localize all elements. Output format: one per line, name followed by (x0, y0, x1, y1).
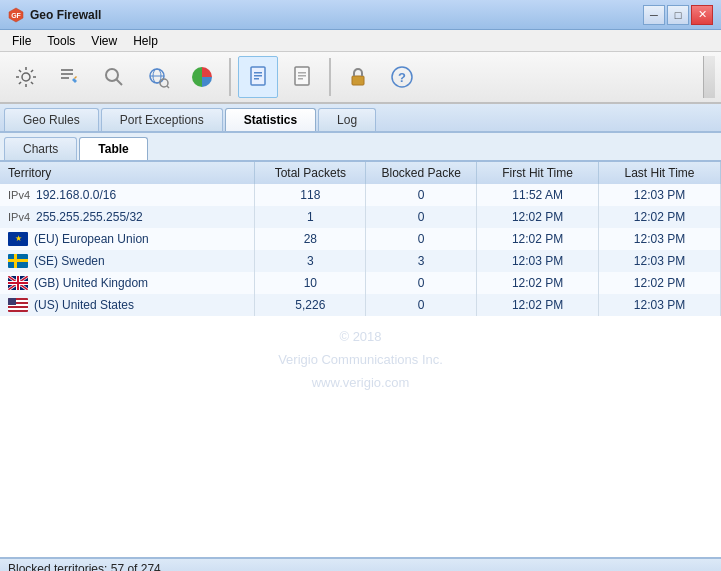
toolbar-scroll[interactable] (703, 56, 715, 98)
blocked-packets-cell: 0 (366, 272, 477, 294)
svg-rect-5 (61, 77, 69, 79)
se-flag-icon (8, 254, 28, 268)
total-packets-cell: 1 (255, 206, 366, 228)
territory-cell: IPv4 192.168.0.0/16 (0, 184, 255, 206)
svg-line-12 (167, 86, 169, 88)
svg-rect-19 (298, 75, 306, 77)
pie-chart-button[interactable] (182, 56, 222, 98)
sub-tabs: Charts Table (0, 133, 721, 162)
col-total-packets: Total Packets (255, 162, 366, 184)
watermark-line3: www.verigio.com (278, 371, 443, 394)
gb-flag-icon (8, 276, 28, 290)
first-hit-cell: 12:02 PM (477, 228, 599, 250)
menu-tools[interactable]: Tools (39, 32, 83, 50)
svg-point-2 (22, 73, 30, 81)
tab-statistics[interactable]: Statistics (225, 108, 316, 131)
globe-search-icon (146, 65, 170, 89)
table-row[interactable]: IPv4 255.255.255.255/32 1 0 12:02 PM 12:… (0, 206, 721, 228)
watermark-line1: © 2018 (278, 324, 443, 347)
territory-cell: (GB) United Kingdom (0, 272, 255, 294)
total-packets-cell: 28 (255, 228, 366, 250)
svg-rect-16 (254, 78, 259, 80)
last-hit-cell: 12:03 PM (599, 294, 721, 316)
col-last-hit: Last Hit Time (599, 162, 721, 184)
table-row[interactable]: (US) United States 5,226 0 12:02 PM 12:0… (0, 294, 721, 316)
first-hit-cell: 12:03 PM (477, 250, 599, 272)
settings-button[interactable] (6, 56, 46, 98)
menu-view[interactable]: View (83, 32, 125, 50)
table-row[interactable]: (SE) Sweden 3 3 12:03 PM 12:03 PM (0, 250, 721, 272)
table-area: Territory Total Packets Blocked Packe Fi… (0, 162, 721, 557)
col-first-hit: First Hit Time (477, 162, 599, 184)
last-hit-cell: 12:02 PM (599, 272, 721, 294)
content-area: Territory Total Packets Blocked Packe Fi… (0, 162, 721, 557)
title-bar: GF Geo Firewall ─ □ ✕ (0, 0, 721, 30)
pie-chart-icon (190, 65, 214, 89)
main-tabs: Geo Rules Port Exceptions Statistics Log (0, 104, 721, 133)
edit-icon (58, 65, 82, 89)
svg-rect-18 (298, 72, 306, 74)
svg-rect-21 (352, 76, 364, 85)
first-hit-cell: 11:52 AM (477, 184, 599, 206)
us-flag-icon (8, 298, 28, 312)
watermark-line2: Verigio Communications Inc. (278, 348, 443, 371)
search-button[interactable] (94, 56, 134, 98)
total-packets-cell: 5,226 (255, 294, 366, 316)
window-title: Geo Firewall (30, 8, 643, 22)
blocked-packets-cell: 0 (366, 184, 477, 206)
blocked-packets-cell: 0 (366, 228, 477, 250)
help-button[interactable]: ? (382, 56, 422, 98)
first-hit-cell: 12:02 PM (477, 272, 599, 294)
tab-table[interactable]: Table (79, 137, 147, 160)
gear-icon (14, 65, 38, 89)
first-hit-cell: 12:02 PM (477, 206, 599, 228)
status-bar: Blocked territories: 57 of 274 (0, 557, 721, 571)
territory-cell: ★ (EU) European Union (0, 228, 255, 250)
svg-rect-14 (254, 72, 262, 74)
minimize-button[interactable]: ─ (643, 5, 665, 25)
data-table: Territory Total Packets Blocked Packe Fi… (0, 162, 721, 316)
svg-text:?: ? (398, 70, 406, 85)
tab-geo-rules[interactable]: Geo Rules (4, 108, 99, 131)
eu-flag-icon: ★ (8, 232, 28, 246)
table-header-row: Territory Total Packets Blocked Packe Fi… (0, 162, 721, 184)
menu-help[interactable]: Help (125, 32, 166, 50)
maximize-button[interactable]: □ (667, 5, 689, 25)
menu-file[interactable]: File (4, 32, 39, 50)
col-territory: Territory (0, 162, 255, 184)
total-packets-cell: 118 (255, 184, 366, 206)
window-controls: ─ □ ✕ (643, 5, 713, 25)
lock-icon (346, 65, 370, 89)
status-text: Blocked territories: 57 of 274 (8, 562, 161, 571)
svg-rect-36 (8, 308, 28, 310)
document-button[interactable] (238, 56, 278, 98)
territory-cell: (SE) Sweden (0, 250, 255, 272)
tab-port-exceptions[interactable]: Port Exceptions (101, 108, 223, 131)
territory-cell: (US) United States (0, 294, 255, 316)
blocked-packets-cell: 3 (366, 250, 477, 272)
menu-bar: File Tools View Help (0, 30, 721, 52)
globe-search-button[interactable] (138, 56, 178, 98)
table-row[interactable]: ★ (EU) European Union 28 0 12:02 PM 12:0… (0, 228, 721, 250)
toolbar-separator2 (329, 58, 331, 96)
tab-charts[interactable]: Charts (4, 137, 77, 160)
document2-button[interactable] (282, 56, 322, 98)
last-hit-cell: 12:02 PM (599, 206, 721, 228)
lock-button[interactable] (338, 56, 378, 98)
blocked-packets-cell: 0 (366, 294, 477, 316)
svg-rect-32 (17, 276, 19, 290)
last-hit-cell: 12:03 PM (599, 228, 721, 250)
watermark: © 2018 Verigio Communications Inc. www.v… (278, 324, 443, 394)
toolbar: ? (0, 52, 721, 104)
edit-button[interactable] (50, 56, 90, 98)
tab-log[interactable]: Log (318, 108, 376, 131)
close-button[interactable]: ✕ (691, 5, 713, 25)
svg-rect-4 (61, 73, 73, 75)
total-packets-cell: 10 (255, 272, 366, 294)
search-icon (102, 65, 126, 89)
table-row[interactable]: (GB) United Kingdom 10 0 12:02 PM 12:02 … (0, 272, 721, 294)
help-icon: ? (390, 65, 414, 89)
table-row[interactable]: IPv4 192.168.0.0/16 118 0 11:52 AM 12:03… (0, 184, 721, 206)
toolbar-separator (229, 58, 231, 96)
document2-icon (290, 65, 314, 89)
